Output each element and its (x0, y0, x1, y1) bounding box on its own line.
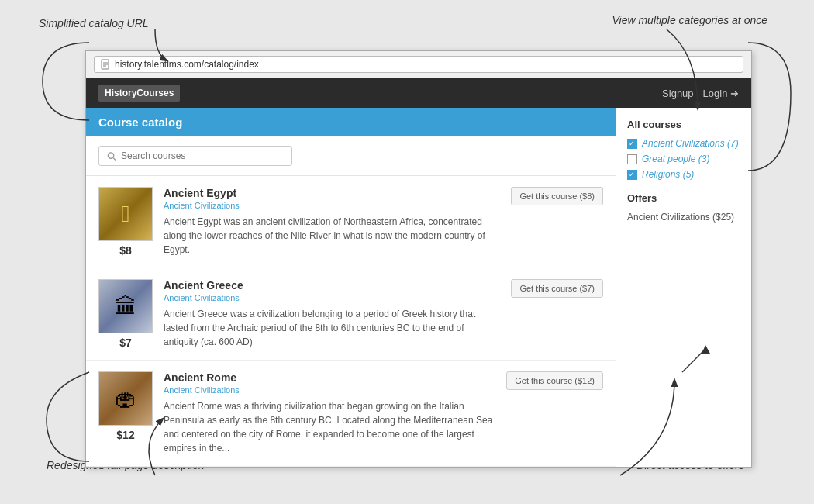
header-links: Signup Login ➜ (662, 88, 739, 99)
price-rome: $12 (98, 429, 153, 441)
get-course-greece[interactable]: Get this course ($7) (511, 279, 603, 298)
price-greece: $7 (98, 337, 153, 349)
course-info-greece: Ancient Greece Ancient Civilizations Anc… (164, 279, 500, 349)
search-wrapper (98, 146, 292, 166)
app-logo: HistoryCourses (98, 85, 180, 102)
search-input[interactable] (121, 150, 284, 161)
course-title-egypt: Ancient Egypt (164, 187, 500, 199)
login-link[interactable]: Login ➜ (703, 88, 739, 99)
checkbox-ancient-civ[interactable] (627, 139, 637, 149)
browser-toolbar: history.talentlms.com/catalog/index (86, 51, 751, 78)
course-info-egypt: Ancient Egypt Ancient Civilizations Anci… (164, 187, 500, 257)
catalog-area: Course catalog $8 (86, 108, 616, 467)
catalog-title: Course catalog (98, 116, 182, 129)
course-item-egypt: $8 Ancient Egypt Ancient Civilizations A… (86, 176, 616, 268)
course-category-rome: Ancient Civilizations (164, 385, 495, 395)
svg-point-6 (108, 152, 113, 157)
course-desc-egypt: Ancient Egypt was an ancient civilizatio… (164, 215, 500, 257)
browser-window: history.talentlms.com/catalog/index Hist… (85, 50, 752, 468)
course-list: $8 Ancient Egypt Ancient Civilizations A… (86, 176, 616, 467)
checkbox-great-people[interactable] (627, 154, 637, 164)
search-bar-area (86, 136, 616, 176)
offer-item-0: Ancient Civilizations ($25) (627, 212, 740, 223)
svg-line-7 (113, 157, 116, 160)
thumbnail-greece (98, 279, 153, 333)
url-bar[interactable]: history.talentlms.com/catalog/index (94, 56, 743, 73)
annotation-top-left: Simplified catalog URL (39, 17, 149, 29)
course-desc-rome: Ancient Rome was a thriving civilization… (164, 399, 495, 455)
app-header: HistoryCourses Signup Login ➜ (86, 78, 751, 108)
page-icon (101, 59, 110, 70)
course-item-greece: $7 Ancient Greece Ancient Civilizations … (86, 268, 616, 361)
thumb-col-rome: $12 (98, 371, 153, 441)
annotation-top-right: View multiple categories at once (612, 14, 767, 26)
course-category-greece: Ancient Civilizations (164, 293, 500, 302)
signup-link[interactable]: Signup (662, 88, 693, 99)
checkbox-religions[interactable] (627, 170, 637, 180)
thumb-col-egypt: $8 (98, 187, 153, 257)
sidebar-item-ancient-civ[interactable]: Ancient Civilizations (7) (627, 138, 740, 149)
course-desc-greece: Ancient Greece was a civilization belong… (164, 307, 500, 349)
course-info-rome: Ancient Rome Ancient Civilizations Ancie… (164, 371, 495, 455)
sidebar-offers: Offers Ancient Civilizations ($25) (627, 192, 740, 223)
offers-title: Offers (627, 192, 740, 204)
sidebar-item-great-people[interactable]: Great people (3) (627, 154, 740, 164)
sidebar-label-great-people[interactable]: Great people (3) (642, 154, 709, 164)
sidebar-label-religions[interactable]: Religions (5) (642, 169, 694, 180)
sidebar-item-religions[interactable]: Religions (5) (627, 169, 740, 180)
all-courses-title: All courses (627, 119, 740, 130)
url-text: history.talentlms.com/catalog/index (115, 59, 259, 70)
sidebar: All courses Ancient Civilizations (7) Gr… (616, 108, 751, 467)
course-category-egypt: Ancient Civilizations (164, 201, 500, 210)
search-icon (107, 151, 116, 161)
thumbnail-egypt (98, 187, 153, 241)
get-course-egypt[interactable]: Get this course ($8) (511, 187, 603, 205)
course-title-rome: Ancient Rome (164, 371, 495, 384)
sidebar-label-ancient-civ[interactable]: Ancient Civilizations (7) (642, 138, 739, 149)
get-course-rome[interactable]: Get this course ($12) (506, 371, 603, 390)
course-title-greece: Ancient Greece (164, 279, 500, 292)
thumbnail-rome (98, 371, 153, 426)
thumb-col-greece: $7 (98, 279, 153, 349)
price-egypt: $8 (98, 244, 153, 257)
main-content: Course catalog $8 (86, 108, 751, 467)
catalog-header: Course catalog (86, 108, 616, 136)
course-item-rome: $12 Ancient Rome Ancient Civilizations A… (86, 361, 616, 467)
